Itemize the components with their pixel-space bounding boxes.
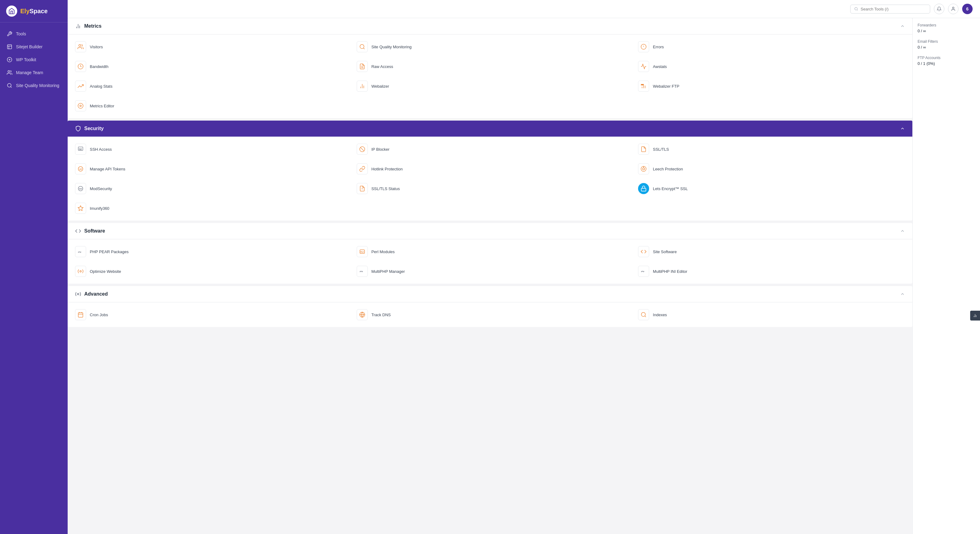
security-items: SSH SSH Access IP Blocker <box>68 137 912 220</box>
svg-text:Perl: Perl <box>360 251 364 253</box>
security-section-header[interactable]: Security <box>68 121 912 137</box>
errors-item[interactable]: Errors <box>631 37 912 57</box>
main-content: Metrics Visitors <box>68 18 912 534</box>
bandwidth-label: Bandwidth <box>90 64 108 69</box>
svg-text:MOD: MOD <box>79 188 83 190</box>
sidebar-item-sqm[interactable]: Site Quality Monitoring <box>0 79 68 92</box>
svg-point-3 <box>7 83 11 87</box>
leech-icon <box>638 163 649 174</box>
cron-jobs-label: Cron Jobs <box>90 312 108 317</box>
visitors-icon <box>75 41 86 52</box>
ip-blocker-label: IP Blocker <box>371 147 390 151</box>
perl-modules-item[interactable]: Perl Perl Modules <box>349 242 631 261</box>
notification-badge[interactable]: 6 <box>962 4 973 14</box>
svg-line-4 <box>10 86 11 88</box>
indexes-item[interactable]: Indexes <box>631 305 912 325</box>
webalizer-item[interactable]: Webalizer <box>349 76 631 96</box>
advanced-section: Advanced Cron Jobs <box>68 286 912 327</box>
visitors-item[interactable]: Visitors <box>68 37 349 57</box>
metrics-section-label: Metrics <box>84 23 102 29</box>
track-dns-item[interactable]: Track DNS <box>349 305 631 325</box>
sidebar-item-wptoolkit-label: WP Toolkit <box>16 57 36 62</box>
svg-point-2 <box>8 70 10 72</box>
wp-icon <box>7 57 12 62</box>
svg-point-49 <box>78 293 79 295</box>
ssl-tls-label: SSL/TLS <box>653 147 669 151</box>
main-wrapper: 6 Metrics <box>68 0 980 534</box>
indexes-icon <box>638 309 649 320</box>
metrics-section-header[interactable]: Metrics <box>68 18 912 35</box>
ssl-tls-icon <box>638 143 649 155</box>
svg-text:SSH: SSH <box>78 148 81 150</box>
sqm-item[interactable]: Site Quality Monitoring <box>349 37 631 57</box>
multiphp-ini-item[interactable]: php MultiPHP INI Editor <box>631 261 912 281</box>
metrics-editor-item[interactable]: Metrics Editor <box>68 96 349 116</box>
awstats-label: Awstats <box>653 64 667 69</box>
modsecurity-label: ModSecurity <box>90 187 112 191</box>
search-input[interactable] <box>861 7 926 11</box>
side-floating-button[interactable] <box>970 311 980 320</box>
ssl-status-item[interactable]: SSL/TLS Status <box>349 179 631 198</box>
ip-blocker-item[interactable]: IP Blocker <box>349 139 631 159</box>
software-chevron-icon <box>900 228 905 233</box>
svg-text:FTP: FTP <box>641 84 644 86</box>
dns-icon <box>357 309 368 320</box>
raw-access-label: Raw Access <box>371 64 393 69</box>
ssh-access-item[interactable]: SSH SSH Access <box>68 139 349 159</box>
letsencrypt-icon <box>638 183 649 194</box>
ssl-tls-item[interactable]: SSL/TLS <box>631 139 912 159</box>
email-filters-value: 0 / ∞ <box>918 45 975 49</box>
svg-text:API: API <box>80 168 82 170</box>
webalizer-ftp-icon: FTP <box>638 81 649 92</box>
user-button[interactable] <box>948 4 958 14</box>
sidebar-item-manageteam[interactable]: Manage Team <box>0 66 68 79</box>
logo[interactable]: ElySpace <box>0 0 68 22</box>
svg-line-6 <box>857 10 858 10</box>
team-icon <box>7 70 12 75</box>
modsecurity-item[interactable]: MOD ModSecurity <box>68 179 349 198</box>
svg-rect-50 <box>78 312 83 317</box>
svg-line-13 <box>363 48 365 49</box>
svg-point-28 <box>78 104 83 108</box>
optimize-label: Optimize Website <box>90 269 121 274</box>
errors-label: Errors <box>653 45 663 49</box>
sidebar-item-sqm-label: Site Quality Monitoring <box>16 83 59 88</box>
cron-jobs-item[interactable]: Cron Jobs <box>68 305 349 325</box>
sitejet-icon <box>7 44 12 49</box>
software-section-header[interactable]: Software <box>68 223 912 239</box>
manage-api-label: Manage API Tokens <box>90 167 125 171</box>
modsec-icon: MOD <box>75 183 86 194</box>
svg-text:php: php <box>360 270 363 272</box>
awstats-item[interactable]: Awstats <box>631 57 912 76</box>
imunify-item[interactable]: Imunify360 <box>68 198 349 218</box>
hotlink-item[interactable]: Hotlink Protection <box>349 159 631 179</box>
svg-point-11 <box>79 45 81 47</box>
advanced-section-header[interactable]: Advanced <box>68 286 912 302</box>
letsencrypt-item[interactable]: Lets Encrypt™ SSL <box>631 179 912 198</box>
bandwidth-item[interactable]: Bandwidth <box>68 57 349 76</box>
sidebar-item-tools[interactable]: Tools <box>0 27 68 40</box>
imunify-label: Imunify360 <box>90 206 110 211</box>
ssl-status-label: SSL/TLS Status <box>371 187 400 191</box>
site-software-item[interactable]: Site Software <box>631 242 912 261</box>
manage-api-item[interactable]: API Manage API Tokens <box>68 159 349 179</box>
errors-icon <box>638 41 649 52</box>
leech-item[interactable]: Leech Protection <box>631 159 912 179</box>
bell-button[interactable] <box>934 4 944 14</box>
php-pear-item[interactable]: php PHP PEAR Packages <box>68 242 349 261</box>
right-panel: Forwarders 0 / ∞ Email Filters 0 / ∞ FTP… <box>912 18 980 534</box>
search-bar[interactable] <box>850 5 930 14</box>
bandwidth-icon <box>75 61 86 72</box>
sidebar-item-wptoolkit[interactable]: WP Toolkit <box>0 53 68 66</box>
security-section-label: Security <box>84 126 103 131</box>
logo-text: ElySpace <box>20 8 48 15</box>
advanced-items: Cron Jobs Track DNS <box>68 302 912 327</box>
sqm-icon <box>357 41 368 52</box>
analog-stats-item[interactable]: Analog Stats <box>68 76 349 96</box>
raw-access-item[interactable]: Raw Access <box>349 57 631 76</box>
optimize-item[interactable]: Optimize Website <box>68 261 349 281</box>
metrics-header-left: Metrics <box>75 23 102 29</box>
webalizer-ftp-item[interactable]: FTP Webalizer FTP <box>631 76 912 96</box>
sidebar-item-sitejet[interactable]: Sitejet Builder <box>0 40 68 53</box>
multiphp-item[interactable]: php MultiPHP Manager <box>349 261 631 281</box>
